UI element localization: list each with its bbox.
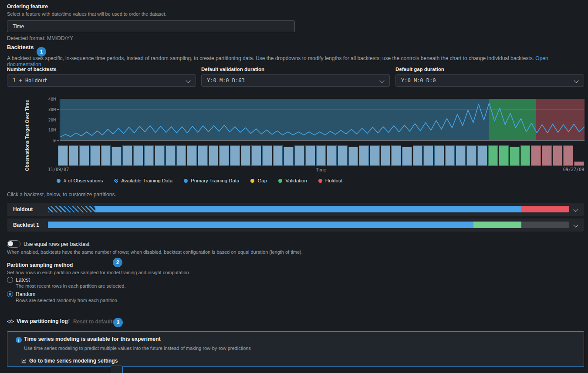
info-banner-title: Time series modeling is available for th… xyxy=(24,336,161,342)
radio-random-description: Rows are selected randomly from each par… xyxy=(16,298,118,303)
reset-to-defaults-button[interactable]: ↺ Reset to defaults xyxy=(65,318,115,325)
legend-label: Holdout xyxy=(325,178,343,183)
y-tick-label: 40M xyxy=(48,97,56,101)
legend-item: # of Observations xyxy=(57,178,103,183)
observation-bar xyxy=(370,145,380,166)
chevron-down-icon xyxy=(574,78,578,83)
observations-chart[interactable] xyxy=(58,145,584,166)
partition-segment-blue xyxy=(95,206,521,212)
observation-bar xyxy=(510,147,520,166)
ordering-feature-input[interactable]: Time xyxy=(7,20,295,32)
y-tick-label: 10M xyxy=(48,128,56,132)
view-partitioning-log-button[interactable]: </> View partitioning log xyxy=(7,318,68,324)
observation-bar xyxy=(284,147,294,166)
observation-bar xyxy=(359,145,369,166)
observation-bar xyxy=(230,145,240,166)
observation-bar xyxy=(305,145,315,166)
chart-line-icon xyxy=(21,358,27,363)
observation-bar xyxy=(402,147,412,166)
default-validation-duration-label: Default validation duration xyxy=(201,67,264,72)
radio-random-label: Random xyxy=(16,291,35,297)
holdout-partition-bar xyxy=(48,206,569,212)
legend-item: Available Training Data xyxy=(114,178,172,183)
dot-icon xyxy=(57,179,61,183)
target-series-line xyxy=(60,99,585,140)
radio-random[interactable] xyxy=(7,291,13,297)
observation-bar xyxy=(241,145,251,166)
equal-rows-toggle[interactable] xyxy=(7,240,20,248)
y-tick-mark xyxy=(57,130,59,130)
observation-bar xyxy=(209,145,219,166)
observation-bar xyxy=(520,145,531,166)
observation-bar xyxy=(273,145,283,166)
legend-item: Holdout xyxy=(318,178,343,183)
ordering-feature-label: Ordering feature xyxy=(7,3,48,10)
ordering-feature-value: Time xyxy=(13,24,24,30)
code-icon: </> xyxy=(7,319,14,324)
number-of-backtests-select[interactable]: 1 + Holdout xyxy=(7,74,196,87)
backtests-title: Backtests xyxy=(7,44,34,50)
observation-bar xyxy=(90,145,100,166)
partition-segment-blue xyxy=(48,222,473,228)
click-backtest-hint: Click a backtest, below, to customize pa… xyxy=(7,192,116,198)
observation-bar xyxy=(477,145,487,166)
info-banner-description: Use time series modeling to predict mult… xyxy=(24,346,251,351)
x-axis-end-label: 09/27/09 xyxy=(563,167,584,172)
observation-bar xyxy=(122,145,132,166)
default-gap-duration-select[interactable]: Y:0 M:0 D:0 xyxy=(395,74,584,87)
ordering-feature-description: Select a feature with date/time values t… xyxy=(7,11,166,17)
observation-bar xyxy=(445,145,455,166)
undo-icon: ↺ xyxy=(65,318,70,325)
observation-bar xyxy=(69,145,79,166)
observation-bar xyxy=(187,145,197,166)
y-tick-label: 30M xyxy=(48,107,56,111)
observation-bar xyxy=(294,145,304,166)
legend-label: Validation xyxy=(285,178,307,183)
radio-latest-label: Latest xyxy=(16,277,30,283)
hidden-step-badge-peek xyxy=(110,366,123,373)
detected-format-text: Detected format: MM/DD/YY xyxy=(7,35,73,41)
equal-rows-toggle-description: When enabled, backtests have the same nu… xyxy=(7,249,303,255)
observation-bar xyxy=(155,145,165,166)
observation-bar xyxy=(391,145,401,166)
chevron-down-icon[interactable] xyxy=(573,207,578,212)
legend-label: Available Training Data xyxy=(121,178,172,183)
chevron-down-icon xyxy=(186,78,190,83)
dot-icon xyxy=(250,179,254,183)
observation-bar xyxy=(251,145,261,166)
go-to-time-series-settings-link[interactable]: Go to time series modeling settings xyxy=(21,358,118,364)
observation-bar xyxy=(79,145,89,166)
observation-bar xyxy=(327,145,337,166)
partition-segment-gray xyxy=(521,222,569,228)
observation-bar xyxy=(101,145,111,166)
observation-bar xyxy=(316,145,326,166)
observation-bar xyxy=(466,145,476,166)
backtest-1-row[interactable]: Backtest 1 xyxy=(7,218,584,232)
legend-label: Gap xyxy=(257,178,267,183)
default-validation-duration-select[interactable]: Y:0 M:0 D:63 xyxy=(201,74,390,87)
observation-bar xyxy=(499,145,509,166)
observation-bar xyxy=(553,145,563,166)
partition-sampling-title: Partition sampling method xyxy=(7,262,73,268)
observation-bar xyxy=(413,145,423,166)
observation-bar xyxy=(166,145,176,166)
toggle-knob xyxy=(8,241,13,246)
y-tick-label: 0 xyxy=(53,138,56,143)
legend-label: Primary Training Data xyxy=(191,178,239,183)
observation-bar xyxy=(423,145,433,166)
equal-rows-toggle-label: Use equal rows per backtest xyxy=(24,241,89,247)
hatched-dot-icon xyxy=(114,179,118,183)
target-over-time-axis-label: Target Over Time xyxy=(24,99,30,140)
default-gap-duration-label: Default gap duration xyxy=(395,67,444,72)
observation-bar xyxy=(531,145,541,166)
target-over-time-chart[interactable] xyxy=(60,99,585,141)
step-badge-3: 3 xyxy=(113,318,123,327)
radio-latest[interactable] xyxy=(7,277,13,283)
holdout-row-label: Holdout xyxy=(13,203,33,216)
observation-bar xyxy=(381,145,391,166)
chart-legend: # of ObservationsAvailable Training Data… xyxy=(57,177,342,184)
chevron-down-icon[interactable] xyxy=(573,222,578,227)
holdout-row[interactable]: Holdout xyxy=(7,203,584,216)
observation-bar xyxy=(542,145,552,166)
legend-item: Gap xyxy=(250,178,267,183)
